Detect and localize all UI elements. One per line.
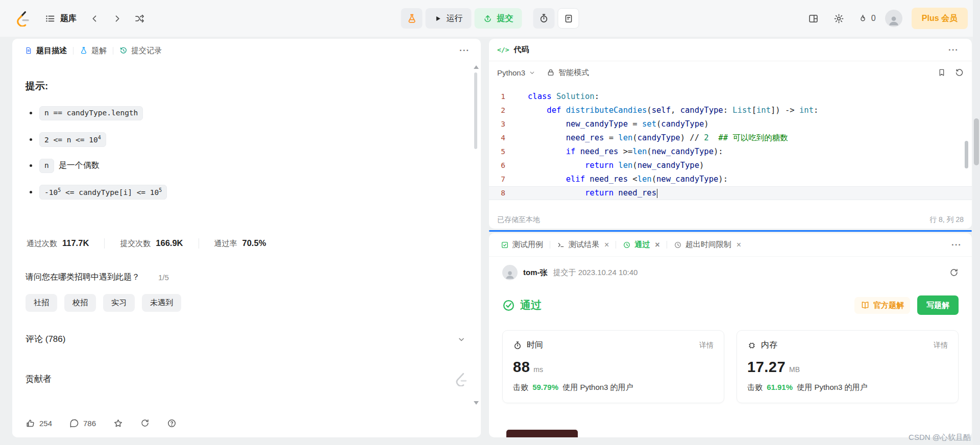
random-problem-button[interactable] [130, 9, 149, 28]
prev-problem-button[interactable] [85, 9, 104, 28]
submit-button[interactable]: 提交 [475, 8, 522, 29]
beat-percent: 59.79% [532, 383, 558, 391]
result-tab-icon [557, 241, 565, 249]
layout-switcher-button[interactable] [804, 9, 823, 28]
code-text: new_candyType = set(candyType) [512, 117, 709, 131]
refresh-button[interactable] [140, 418, 150, 428]
survey-option-chip[interactable]: 实习 [103, 294, 135, 312]
survey-option-chip[interactable]: 校招 [64, 294, 96, 312]
library-label: 题库 [60, 13, 77, 24]
leetcode-logo[interactable] [12, 8, 33, 29]
code-line[interactable]: 8 return need_res [489, 186, 972, 200]
tab-submissions[interactable]: 提交记录 [113, 39, 168, 62]
timer-button[interactable] [533, 8, 555, 29]
help-button[interactable] [167, 418, 177, 428]
results-more-button[interactable]: ··· [946, 240, 967, 250]
problem-list-button[interactable]: 题库 [40, 9, 82, 28]
language-selector[interactable]: Python3 [497, 68, 535, 77]
result-tab[interactable]: 测试用例 [494, 233, 550, 256]
submission-avatar [502, 265, 518, 280]
code-area[interactable]: 1 class Solution: 2 def distributeCandie… [489, 84, 972, 211]
hint-code-chip: 2 <= n <= 104 [39, 132, 106, 147]
like-button[interactable]: 254 [26, 418, 52, 428]
tab-problem-description[interactable]: 题目描述 [18, 39, 73, 62]
notes-button[interactable] [558, 8, 579, 29]
code-line[interactable]: 3 new_candyType = set(candyType) [489, 117, 972, 131]
bookmark-icon[interactable] [938, 68, 946, 77]
smart-mode-toggle[interactable]: 智能模式 [547, 68, 589, 78]
panel-resize-handle[interactable] [489, 229, 972, 233]
tab-solutions[interactable]: 题解 [74, 39, 113, 62]
write-solution-button[interactable]: 写题解 [917, 295, 959, 315]
close-tab-icon[interactable]: × [604, 240, 609, 250]
chevron-left-icon [90, 14, 100, 23]
result-tab[interactable]: 通过 × [616, 233, 666, 256]
close-tab-icon[interactable]: × [737, 240, 741, 250]
page-scrollbar-thumb[interactable] [974, 118, 979, 165]
page-scrollbar[interactable] [973, 0, 980, 445]
code-line[interactable]: 2 def distributeCandies(self, candyType:… [489, 104, 972, 117]
metric-title: 时间 [527, 340, 543, 351]
resize-handle-line [489, 230, 972, 232]
next-problem-button[interactable] [107, 9, 127, 28]
leetcode-logo-icon [15, 10, 30, 27]
comments-section-header[interactable]: 评论 (786) [26, 333, 468, 345]
editor-more-button[interactable]: ··· [943, 45, 964, 55]
problem-scrollbar[interactable] [473, 65, 479, 405]
scroll-up-arrow[interactable] [474, 65, 479, 69]
plus-membership-button[interactable]: Plus 会员 [912, 8, 968, 29]
code-line[interactable]: 6 return len(new_candyType) [489, 159, 972, 172]
metric-detail-link[interactable]: 详情 [699, 341, 714, 350]
favorite-button[interactable] [113, 418, 123, 428]
code-editor-panel: </> 代码 ··· Python3 智能模式 [489, 39, 972, 229]
metric-value: 88 [513, 359, 530, 376]
tab-label: 题目描述 [36, 46, 67, 56]
chevron-down-icon[interactable] [455, 333, 468, 345]
code-line[interactable]: 7 elif need_res <len(new_candyType): [489, 172, 972, 186]
metric-detail-link[interactable]: 详情 [934, 341, 948, 350]
daily-streak-button[interactable]: 0 [855, 11, 879, 27]
result-status-row: 通过 官方题解 写题解 [502, 295, 959, 315]
survey-option-chip[interactable]: 社招 [26, 294, 57, 312]
chart-bar-partial [506, 430, 578, 437]
refresh-submission-icon[interactable] [949, 268, 959, 277]
result-tab[interactable]: 超出时间限制 × [667, 233, 748, 256]
user-avatar[interactable] [885, 10, 902, 27]
scrollbar-thumb[interactable] [474, 72, 477, 149]
beat-suffix: 使用 Python3 的用户 [560, 383, 633, 391]
stat-value: 70.5% [242, 238, 266, 248]
refresh-icon [140, 418, 150, 428]
results-body: tom-张 提交于 2023.10.24 10:40 通过 [489, 257, 972, 437]
run-button[interactable]: 运行 [426, 8, 472, 29]
code-line[interactable]: 1 class Solution: [489, 90, 972, 104]
code-line[interactable]: 5 if need_res >=len(new_candyType): [489, 145, 972, 159]
official-solution-button[interactable]: 官方题解 [854, 297, 910, 314]
leetcode-gray-logo-icon [454, 372, 468, 386]
official-solution-label: 官方题解 [873, 301, 904, 310]
debug-button[interactable] [401, 8, 423, 29]
editor-tools-right [938, 68, 964, 77]
line-number: 5 [489, 145, 512, 159]
survey-options: 社招 校招 实习 未遇到 [26, 294, 468, 312]
code-line[interactable]: 4 need_res = len(candyType) // 2 ## 可以吃到… [489, 131, 972, 145]
run-label: 运行 [447, 13, 463, 24]
settings-button[interactable] [829, 9, 849, 28]
chevron-down-icon [529, 69, 535, 76]
document-icon [24, 46, 33, 55]
comments-button[interactable]: 786 [69, 418, 96, 428]
survey-option-chip[interactable]: 未遇到 [142, 294, 181, 312]
reset-code-icon[interactable] [955, 68, 964, 77]
result-tab-icon [501, 241, 509, 249]
scroll-down-arrow[interactable] [474, 401, 479, 405]
close-tab-icon[interactable]: × [655, 240, 659, 250]
more-options-button[interactable]: ··· [454, 45, 475, 56]
line-number: 1 [489, 90, 512, 104]
line-number: 2 [489, 104, 512, 117]
editor-scrollbar-thumb[interactable] [965, 141, 968, 168]
metric-card: 内存 详情 17.27 MB 击败 61.91% 使用 Python3 的用户 [737, 330, 959, 403]
stat-item: 提交次数 166.9K [104, 238, 198, 249]
contributors-section-header: 贡献者 [26, 372, 468, 386]
bullet-dot [30, 112, 32, 114]
editor-title: 代码 [513, 45, 529, 55]
result-tab[interactable]: 测试结果 × [550, 233, 616, 256]
